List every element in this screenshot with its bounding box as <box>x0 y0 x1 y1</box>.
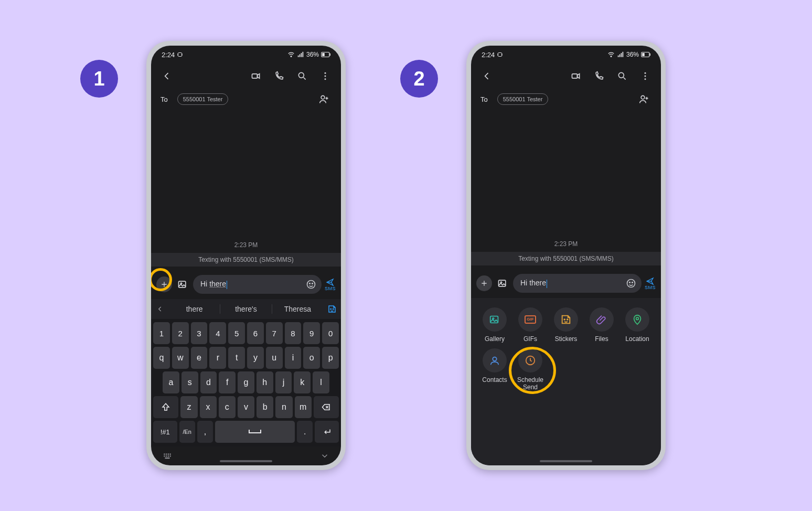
key-b[interactable]: b <box>257 396 273 418</box>
suggestion-back[interactable] <box>151 305 169 313</box>
key-enter[interactable] <box>315 421 339 443</box>
gallery-quick-button[interactable] <box>175 277 190 292</box>
attach-button[interactable] <box>156 276 172 292</box>
attachment-gallery[interactable]: Gallery <box>478 307 511 343</box>
key-e[interactable]: e <box>191 347 208 369</box>
attachment-stickers[interactable]: Stickers <box>550 307 582 343</box>
attachment-gifs[interactable]: GIF GIFs <box>514 307 547 343</box>
key-q[interactable]: q <box>153 347 170 369</box>
key-s[interactable]: s <box>181 371 198 393</box>
call-button[interactable] <box>590 67 608 86</box>
more-button[interactable] <box>316 67 335 86</box>
emoji-icon[interactable] <box>626 278 636 289</box>
key-language[interactable]: /En <box>179 421 195 443</box>
key-3[interactable]: 3 <box>191 322 208 344</box>
key-shift[interactable] <box>153 396 178 418</box>
recipient-chip[interactable]: 5550001 Tester <box>177 93 229 105</box>
suggestion-1[interactable]: there <box>169 305 220 313</box>
recipient-chip[interactable]: 5550001 Tester <box>497 93 549 105</box>
key-space[interactable] <box>215 421 295 443</box>
signal-icon <box>297 51 304 58</box>
send-button[interactable]: SMS <box>325 278 336 291</box>
sticker-suggest-button[interactable] <box>323 304 341 314</box>
video-call-button[interactable] <box>567 67 585 86</box>
add-recipient-button[interactable] <box>317 92 332 107</box>
svg-point-34 <box>645 72 646 74</box>
svg-rect-43 <box>490 316 498 323</box>
key-d[interactable]: d <box>200 371 217 393</box>
svg-rect-26 <box>165 457 170 459</box>
home-indicator[interactable] <box>540 460 592 462</box>
svg-point-7 <box>325 72 326 74</box>
plus-icon <box>160 280 168 289</box>
call-button[interactable] <box>270 67 289 86</box>
key-4[interactable]: 4 <box>209 322 226 344</box>
suggestion-3[interactable]: Theresa <box>272 305 323 313</box>
key-c[interactable]: c <box>219 396 236 418</box>
key-n[interactable]: n <box>275 396 292 418</box>
key-u[interactable]: u <box>266 347 283 369</box>
key-j[interactable]: j <box>275 371 292 393</box>
key-backspace[interactable] <box>314 396 339 418</box>
key-g[interactable]: g <box>238 371 254 393</box>
keyboard-mode-icon[interactable] <box>163 451 172 461</box>
svg-point-9 <box>325 78 326 80</box>
signal-icon <box>617 51 624 58</box>
send-button[interactable]: SMS <box>645 277 656 290</box>
key-8[interactable]: 8 <box>285 322 302 344</box>
key-z[interactable]: z <box>180 396 197 418</box>
key-6[interactable]: 6 <box>247 322 264 344</box>
key-h[interactable]: h <box>257 371 273 393</box>
key-m[interactable]: m <box>295 396 312 418</box>
key-9[interactable]: 9 <box>303 322 320 344</box>
key-0[interactable]: 0 <box>322 322 339 344</box>
key-o[interactable]: o <box>303 347 320 369</box>
attachment-files[interactable]: Files <box>585 307 618 343</box>
key-f[interactable]: f <box>219 371 236 393</box>
svg-point-17 <box>333 308 334 310</box>
home-indicator[interactable] <box>220 460 272 462</box>
attachment-schedule-send[interactable]: Schedule Send <box>514 348 547 391</box>
to-label: To <box>480 95 488 103</box>
step-badge-2: 2 <box>400 60 438 98</box>
key-1[interactable]: 1 <box>153 322 170 344</box>
key-y[interactable]: y <box>247 347 264 369</box>
message-input[interactable]: Hi there <box>193 275 322 294</box>
key-x[interactable]: x <box>200 396 217 418</box>
emoji-icon[interactable] <box>306 279 316 290</box>
gallery-quick-button[interactable] <box>495 276 510 291</box>
key-p[interactable]: p <box>322 347 339 369</box>
key-a[interactable]: a <box>163 371 179 393</box>
back-button[interactable] <box>157 67 176 86</box>
key-w[interactable]: w <box>172 347 189 369</box>
search-button[interactable] <box>613 67 632 86</box>
key-period[interactable]: . <box>297 421 313 443</box>
attachment-location[interactable]: Location <box>621 307 654 343</box>
key-2[interactable]: 2 <box>172 322 189 344</box>
key-5[interactable]: 5 <box>228 322 245 344</box>
key-v[interactable]: v <box>238 396 254 418</box>
video-call-button[interactable] <box>247 67 265 86</box>
attachment-contacts[interactable]: Contacts <box>478 348 511 391</box>
attach-button[interactable] <box>476 275 492 291</box>
key-k[interactable]: k <box>294 371 311 393</box>
battery-percent: 36% <box>306 51 319 58</box>
location-pin-icon <box>632 314 643 325</box>
more-button[interactable] <box>636 67 655 86</box>
svg-rect-22 <box>164 455 165 456</box>
key-t[interactable]: t <box>228 347 245 369</box>
suggestion-2[interactable]: there's <box>220 305 271 313</box>
key-l[interactable]: l <box>313 371 329 393</box>
message-input[interactable]: Hi there <box>513 274 642 293</box>
search-button[interactable] <box>293 67 312 86</box>
back-button[interactable] <box>477 67 496 86</box>
key-7[interactable]: 7 <box>266 322 283 344</box>
key-comma[interactable]: , <box>197 421 213 443</box>
key-i[interactable]: i <box>285 347 302 369</box>
suggestion-bar: there there's Theresa <box>151 299 341 319</box>
key-symbols[interactable]: !#1 <box>153 421 177 443</box>
key-r[interactable]: r <box>209 347 226 369</box>
add-recipient-button[interactable] <box>637 92 651 107</box>
status-time: 2:24 <box>482 51 503 59</box>
collapse-keyboard-icon[interactable] <box>320 451 329 461</box>
